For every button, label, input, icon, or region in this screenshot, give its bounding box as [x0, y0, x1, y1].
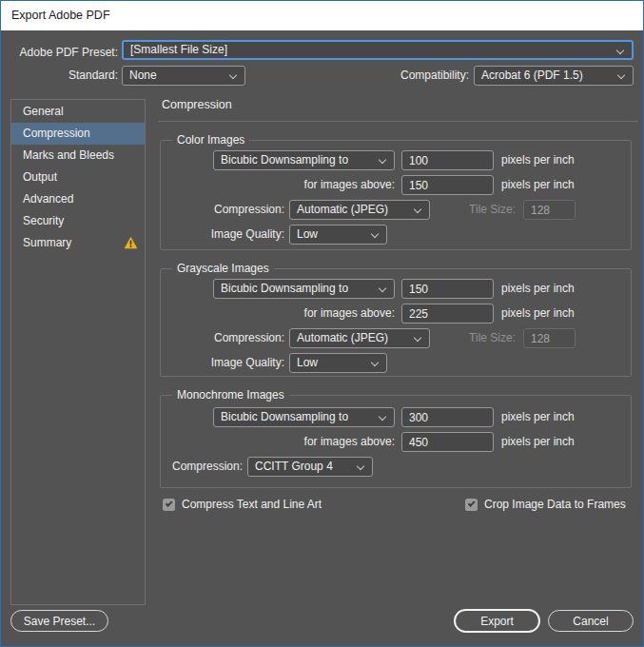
color-compression-dropdown[interactable]: Automatic (JPEG)	[289, 200, 430, 220]
preset-dropdown[interactable]: [Smallest File Size]	[122, 40, 634, 60]
gray-image-quality-dropdown[interactable]: Low	[289, 353, 387, 373]
for-images-above-label: for images above:	[161, 432, 395, 452]
color-image-quality-value: Low	[297, 227, 318, 241]
sidebar-item-advanced[interactable]: Advanced	[11, 188, 145, 210]
chevron-down-icon	[616, 47, 624, 54]
panel-heading: Compression	[162, 98, 232, 111]
gray-tile-size-input	[523, 328, 576, 348]
color-compression-value: Automatic (JPEG)	[297, 203, 388, 216]
color-sampling-dropdown[interactable]: Bicubic Downsampling to	[213, 150, 395, 170]
group-title: Grayscale Images	[172, 262, 274, 276]
mono-compression-dropdown[interactable]: CCITT Group 4	[247, 457, 373, 477]
image-quality-label: Image Quality:	[161, 353, 284, 373]
grayscale-images-group: Grayscale Images Bicubic Downsampling to…	[160, 268, 632, 377]
warning-icon	[124, 236, 138, 249]
standard-dropdown-value: None	[129, 69, 157, 82]
unit-label: pixels per inch	[501, 304, 575, 324]
color-resolution-input[interactable]	[401, 150, 494, 170]
gray-threshold-input[interactable]	[401, 304, 494, 324]
gray-resolution-input[interactable]	[401, 279, 494, 299]
unit-label: pixels per inch	[501, 279, 575, 299]
mono-compression-value: CCITT Group 4	[255, 460, 333, 473]
chevron-down-icon	[229, 71, 237, 79]
sidebar-item-compression[interactable]: Compression	[11, 123, 145, 145]
compress-text-checkbox[interactable]: Compress Text and Line Art	[163, 497, 322, 512]
for-images-above-label: for images above:	[161, 175, 395, 195]
for-images-above-label: for images above:	[161, 304, 395, 324]
heading-divider	[158, 121, 638, 122]
mono-resolution-input[interactable]	[401, 407, 494, 427]
gray-sampling-value: Bicubic Downsampling to	[221, 282, 348, 295]
chevron-down-icon	[379, 413, 386, 421]
gray-image-quality-value: Low	[297, 356, 318, 369]
chevron-down-icon	[379, 284, 386, 292]
sidebar-item-marks-and-bleeds[interactable]: Marks and Bleeds	[11, 145, 145, 167]
export-adobe-pdf-dialog: Export Adobe PDF Adobe PDF Preset: [Smal…	[0, 0, 644, 647]
sidebar-item-label: Summary	[23, 236, 71, 249]
checkbox-label: Crop Image Data to Frames	[484, 498, 626, 511]
chevron-down-icon	[414, 334, 421, 342]
cancel-button[interactable]: Cancel	[548, 610, 634, 632]
chevron-down-icon	[414, 206, 421, 213]
save-preset-button[interactable]: Save Preset...	[10, 610, 108, 632]
gray-compression-value: Automatic (JPEG)	[297, 331, 388, 344]
sidebar-item-summary[interactable]: Summary	[11, 232, 145, 254]
sidebar: General Compression Marks and Bleeds Out…	[10, 99, 146, 605]
checkbox-checked-icon	[465, 499, 478, 511]
compression-label: Compression:	[161, 200, 284, 220]
unit-label: pixels per inch	[501, 150, 575, 170]
standard-label: Standard:	[1, 66, 118, 86]
sidebar-item-general[interactable]: General	[11, 101, 145, 123]
chevron-down-icon	[357, 462, 364, 470]
color-image-quality-dropdown[interactable]: Low	[289, 225, 387, 245]
sidebar-item-security[interactable]: Security	[11, 210, 145, 232]
compression-label: Compression:	[161, 328, 284, 348]
unit-label: pixels per inch	[501, 407, 575, 427]
dialog-title: Export Adobe PDF	[1, 1, 643, 30]
preset-dropdown-value: [Smallest File Size]	[130, 43, 227, 56]
mono-sampling-dropdown[interactable]: Bicubic Downsampling to	[213, 407, 395, 427]
preset-label: Adobe PDF Preset:	[1, 43, 118, 63]
color-tile-size-input	[523, 200, 576, 220]
compatibility-label: Compatibility:	[361, 66, 469, 86]
checkbox-label: Compress Text and Line Art	[182, 498, 322, 511]
mono-threshold-input[interactable]	[401, 432, 494, 452]
unit-label: pixels per inch	[501, 432, 575, 452]
chevron-down-icon	[371, 359, 379, 366]
compression-label: Compression:	[161, 457, 243, 477]
tile-size-label: Tile Size:	[425, 328, 516, 348]
sidebar-item-output[interactable]: Output	[11, 167, 145, 188]
color-sampling-value: Bicubic Downsampling to	[221, 153, 348, 167]
crop-image-data-checkbox[interactable]: Crop Image Data to Frames	[465, 497, 626, 512]
group-title: Color Images	[172, 133, 249, 147]
chevron-down-icon	[379, 156, 386, 164]
color-threshold-input[interactable]	[401, 175, 494, 195]
mono-sampling-value: Bicubic Downsampling to	[221, 410, 348, 423]
gray-sampling-dropdown[interactable]: Bicubic Downsampling to	[213, 279, 395, 299]
chevron-down-icon	[371, 230, 379, 238]
image-quality-label: Image Quality:	[161, 225, 284, 245]
export-button[interactable]: Export	[454, 609, 540, 633]
compatibility-dropdown-value: Acrobat 6 (PDF 1.5)	[481, 69, 583, 82]
monochrome-images-group: Monochrome Images Bicubic Downsampling t…	[160, 395, 632, 488]
tile-size-label: Tile Size:	[425, 200, 516, 220]
group-title: Monochrome Images	[172, 388, 289, 402]
color-images-group: Color Images Bicubic Downsampling to pix…	[160, 140, 632, 250]
chevron-down-icon	[617, 71, 625, 79]
unit-label: pixels per inch	[501, 175, 575, 195]
compatibility-dropdown[interactable]: Acrobat 6 (PDF 1.5)	[474, 66, 634, 86]
checkbox-checked-icon	[163, 499, 175, 511]
gray-compression-dropdown[interactable]: Automatic (JPEG)	[289, 328, 430, 348]
standard-dropdown[interactable]: None	[122, 66, 245, 86]
